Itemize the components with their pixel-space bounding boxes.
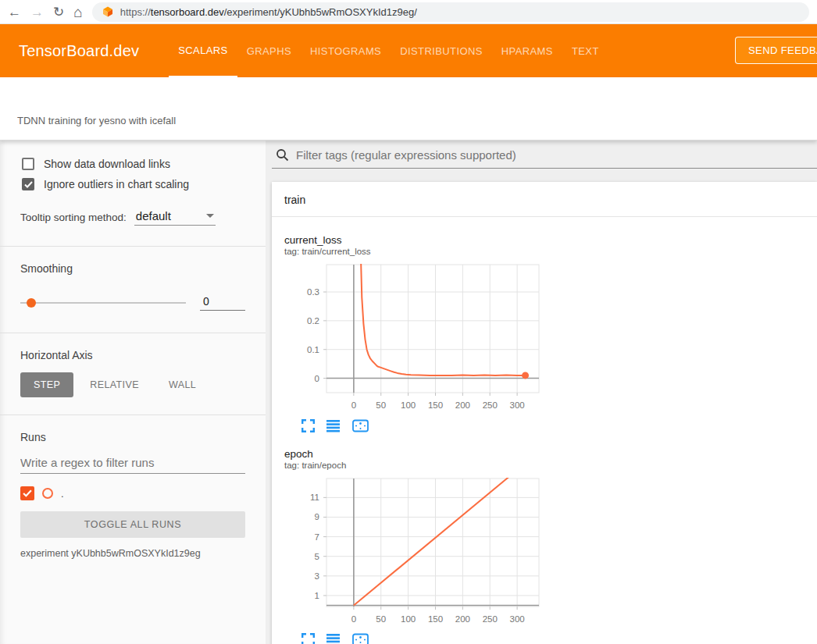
chart-title: current_loss [284,234,542,246]
smoothing-slider[interactable] [20,302,186,304]
refresh-icon[interactable]: ↻ [53,5,64,19]
home-icon[interactable]: ⌂ [73,5,82,20]
nav-tabs: SCALARS GRAPHS HISTOGRAMS DISTRIBUTIONS … [169,24,608,77]
browser-toolbar: ← → ↻ ⌂ https://tensorboard.dev/experime… [0,0,817,24]
svg-text:250: 250 [483,614,498,624]
train-group-card: train current_loss tag: train/current_lo… [272,182,817,644]
ignore-outliers-label: Ignore outliers in chart scaling [44,178,189,190]
svg-text:11: 11 [310,493,319,502]
svg-text:250: 250 [483,400,498,410]
svg-text:300: 300 [510,614,525,624]
fit-domain-icon[interactable] [352,633,369,644]
sidebar-divider [0,246,266,247]
svg-text:150: 150 [428,400,443,410]
run-checkbox-checked-icon[interactable] [20,486,34,500]
haxis-relative-button[interactable]: RELATIVE [77,372,152,397]
tab-text[interactable]: TEXT [562,24,608,77]
haxis-wall-button[interactable]: WALL [155,372,209,397]
send-feedback-button[interactable]: SEND FEEDBACK [735,37,817,64]
svg-text:0: 0 [351,614,356,624]
toggle-all-runs-button[interactable]: TOGGLE ALL RUNS [20,511,245,538]
chart-plot[interactable]: 0501001502002503001357911 [284,475,542,628]
back-icon[interactable]: ← [8,5,21,19]
slider-thumb[interactable] [27,298,36,308]
tooltip-sorting-value: default [136,209,171,222]
svg-text:0.3: 0.3 [307,287,319,297]
svg-text:200: 200 [455,400,470,410]
show-download-links-label: Show data download links [44,158,170,170]
run-table-icon[interactable] [326,633,341,644]
horizontal-axis-label: Horizontal Axis [20,349,245,361]
tab-scalars[interactable]: SCALARS [169,24,237,77]
run-table-icon[interactable] [326,419,341,432]
runs-regex-input[interactable] [20,451,245,474]
tooltip-sorting-select[interactable]: default [134,209,216,226]
chart-title: epoch [284,448,542,460]
url-text: https://tensorboard.dev/experiment/yKUbh… [120,6,417,18]
tensorboard-favicon [102,5,114,18]
app-header: TensorBoard.dev SCALARS GRAPHS HISTOGRAM… [0,24,817,77]
filter-tags-input[interactable] [296,148,817,162]
sidebar-divider [0,415,266,415]
tooltip-sorting-label: Tooltip sorting method: [20,212,127,226]
train-group-header[interactable]: train [272,182,817,217]
charts-grid: current_loss tag: train/current_loss 050… [272,217,817,644]
smoothing-value-field[interactable]: 0 [200,295,245,311]
ignore-outliers-checkbox-row[interactable]: Ignore outliers in chart scaling [22,178,245,190]
checkbox-checked-icon[interactable] [22,178,34,190]
run-name: . [61,488,64,500]
svg-text:7: 7 [315,532,319,542]
chart-tag: tag: train/current_loss [284,247,542,256]
main-panel: train current_loss tag: train/current_lo… [266,141,817,644]
filter-tags-row [272,144,817,169]
experiment-strip: TDNN training for yesno with icefall [0,77,817,141]
chevron-down-icon [206,214,214,218]
forward-icon[interactable]: → [30,5,44,19]
svg-text:0: 0 [351,400,356,410]
runs-label: Runs [20,431,245,443]
checkbox-unchecked-icon[interactable] [22,158,34,170]
svg-text:200: 200 [455,614,470,624]
svg-text:0.1: 0.1 [307,345,319,354]
settings-sidebar: Show data download links Ignore outliers… [0,141,266,644]
svg-text:150: 150 [428,614,443,624]
tab-distributions[interactable]: DISTRIBUTIONS [391,24,492,77]
chart-epoch: epoch tag: train/epoch 05010015020025030… [284,448,542,644]
tab-graphs[interactable]: GRAPHS [237,24,301,77]
svg-text:5: 5 [315,552,319,561]
svg-text:0.2: 0.2 [307,316,319,326]
chart-plot[interactable]: 05010015020025030000.10.20.3 [284,262,542,415]
address-bar[interactable]: https://tensorboard.dev/experiment/yKUbh… [92,2,809,22]
svg-text:1: 1 [315,591,319,600]
run-color-swatch-icon[interactable] [42,488,53,499]
svg-text:100: 100 [401,614,416,624]
svg-text:100: 100 [401,400,416,410]
svg-text:0: 0 [315,374,319,383]
search-icon [276,148,289,162]
expand-chart-icon[interactable] [301,419,315,432]
smoothing-label: Smoothing [20,262,245,275]
experiment-id-caption: experiment yKUbhb5wRmOSXYkId1z9eg [20,548,245,559]
expand-chart-icon[interactable] [301,633,315,644]
tensorboard-logo: TensorBoard.dev [19,42,139,60]
haxis-step-button[interactable]: STEP [20,372,73,397]
svg-text:9: 9 [315,512,319,521]
sidebar-divider [0,333,266,333]
chart-toolbar [284,419,542,432]
svg-text:50: 50 [376,400,386,410]
svg-text:3: 3 [315,571,319,581]
fit-domain-icon[interactable] [352,419,369,432]
svg-text:50: 50 [376,614,386,624]
chart-tag: tag: train/epoch [284,461,542,470]
experiment-description: TDNN training for yesno with icefall [17,115,817,126]
tab-histograms[interactable]: HISTOGRAMS [301,24,391,77]
tab-hparams[interactable]: HPARAMS [492,24,562,77]
run-row: . [20,486,245,500]
svg-text:300: 300 [510,400,525,410]
chart-toolbar [284,633,542,644]
chart-current-loss: current_loss tag: train/current_loss 050… [284,234,542,432]
show-download-links-checkbox-row[interactable]: Show data download links [22,158,245,170]
